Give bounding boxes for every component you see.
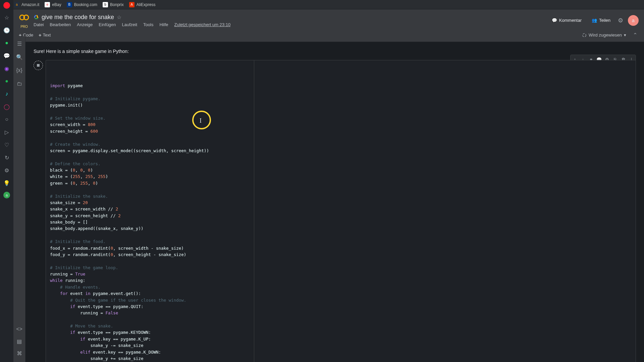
code-editor[interactable]: import pygame # Initialize pygame.pygame… xyxy=(46,60,636,362)
user-avatar[interactable]: a xyxy=(628,15,639,26)
opera-logo-icon[interactable] xyxy=(3,2,10,9)
menu-anzeige[interactable]: Anzeige xyxy=(77,22,93,27)
spotify-icon[interactable]: ● xyxy=(3,77,11,85)
stop-icon xyxy=(37,64,40,67)
output-divider xyxy=(254,60,254,362)
gear-icon[interactable]: ⚙ xyxy=(618,17,623,24)
lightbulb-icon[interactable]: 💡 xyxy=(3,179,11,187)
browser-sidebar: ☆ 🕒 ● 💬 ◉ ● ♪ ◯ ○ ▷ ♡ ↻ ⚙ 💡 a xyxy=(0,0,13,362)
command-icon[interactable]: ⌘ xyxy=(16,350,23,357)
messenger-icon[interactable]: ◉ xyxy=(3,64,11,72)
menu-einfuegen[interactable]: Einfügen xyxy=(99,22,116,27)
colab-header: PRO give me the code for snake ☆ Datei B… xyxy=(13,9,644,42)
text-cell[interactable]: Sure! Here is a simple snake game in Pyt… xyxy=(34,49,636,54)
colab-logo[interactable]: PRO xyxy=(19,12,30,28)
pro-badge: PRO xyxy=(19,25,30,28)
user-avatar-icon[interactable]: a xyxy=(3,192,10,198)
settings-gear-icon[interactable]: ⚙ xyxy=(3,166,11,174)
toc-icon[interactable]: ☰ xyxy=(16,40,23,47)
menu-laufzeit[interactable]: Laufzeit xyxy=(122,22,138,27)
bookmark-aliexpress[interactable]: AAliExpress xyxy=(129,2,156,7)
instagram-icon[interactable]: ◯ xyxy=(3,103,11,111)
heart-icon[interactable]: ♡ xyxy=(3,141,11,149)
play-icon[interactable]: ▷ xyxy=(3,128,11,136)
comment-icon: 💬 xyxy=(552,18,557,23)
menu-datei[interactable]: Datei xyxy=(34,22,44,27)
bookmark-amazon[interactable]: aAmazon.it xyxy=(14,2,39,7)
variables-icon[interactable]: {x} xyxy=(16,67,23,74)
people-icon: 👥 xyxy=(592,18,597,23)
svg-rect-3 xyxy=(37,64,40,67)
menu-tools[interactable]: Tools xyxy=(143,22,153,27)
chat-icon[interactable]: 💬 xyxy=(3,52,11,60)
colab-sidebar: ☰ 🔍 {x} 🗀 <> ▤ ⌘ xyxy=(13,36,25,362)
dropdown-icon: ▾ xyxy=(624,33,626,38)
svg-point-2 xyxy=(583,34,586,37)
terminal-icon[interactable]: ▤ xyxy=(16,338,23,345)
menu-hilfe[interactable]: Hilfe xyxy=(159,22,168,27)
runtime-status-button[interactable]: Wird zugewiesen ▾ xyxy=(579,31,629,39)
run-cell-button[interactable] xyxy=(34,61,43,70)
notebook-content: Sure! Here is a simple snake game in Pyt… xyxy=(25,42,644,362)
comment-button[interactable]: 💬Kommentar xyxy=(549,16,584,25)
toolbar: +Code +Text Wird zugewiesen ▾ ⌃ xyxy=(13,28,644,42)
files-icon[interactable]: 🗀 xyxy=(16,80,23,87)
whatsapp-icon[interactable]: ● xyxy=(3,39,11,47)
menu-bearbeiten[interactable]: Bearbeiten xyxy=(50,22,71,27)
search-icon[interactable]: 🔍 xyxy=(16,54,23,60)
history-icon[interactable]: ↻ xyxy=(3,154,11,162)
star-outline-icon[interactable]: ☆ xyxy=(3,13,11,21)
circle-icon[interactable]: ○ xyxy=(3,115,11,123)
clock-icon[interactable]: 🕒 xyxy=(3,26,11,34)
bookmark-booking[interactable]: BBooking.com xyxy=(67,2,97,7)
tiktok-icon[interactable]: ♪ xyxy=(3,90,11,98)
drive-icon xyxy=(34,14,39,20)
bookmark-bonprix[interactable]: bBonprix xyxy=(103,2,124,7)
autosave-status[interactable]: Zuletzt gespeichert um 23:10 xyxy=(174,22,230,27)
bookmark-bar: aAmazon.it eeBay BBooking.com bBonprix A… xyxy=(0,0,644,9)
share-button[interactable]: 👥Teilen xyxy=(589,16,613,25)
document-title[interactable]: give me the code for snake xyxy=(42,14,114,21)
add-text-button[interactable]: +Text xyxy=(39,33,51,38)
code-snippet-icon[interactable]: <> xyxy=(16,326,23,333)
menu-bar: Datei Bearbeiten Anzeige Einfügen Laufze… xyxy=(34,22,230,27)
bookmark-ebay[interactable]: eeBay xyxy=(45,2,61,7)
spinner-icon xyxy=(582,33,587,38)
code-cell[interactable]: ↑ ↓ ⚭ 💬 ⚙ ⎘ 🗑 ⋮ import pygame # Initiali… xyxy=(34,60,636,362)
star-icon[interactable]: ☆ xyxy=(117,14,121,20)
collapse-icon[interactable]: ⌃ xyxy=(632,31,639,40)
